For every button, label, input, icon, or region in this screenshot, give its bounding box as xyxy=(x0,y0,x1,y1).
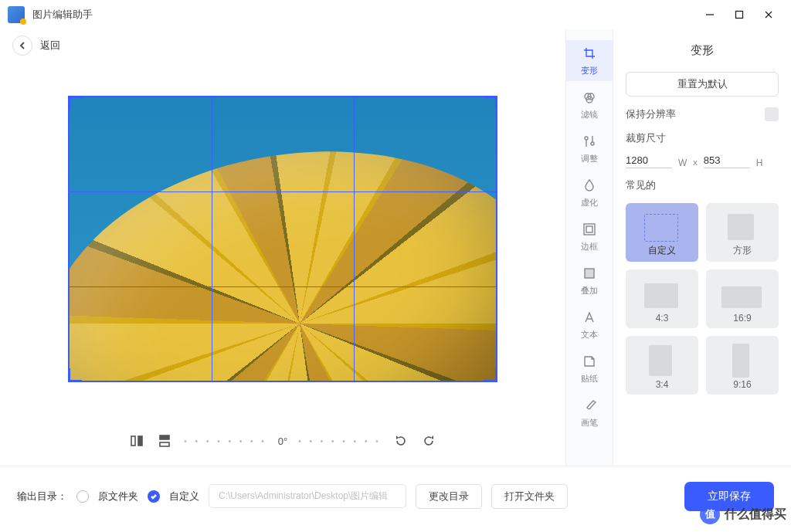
svg-rect-1 xyxy=(736,12,743,19)
preset-square[interactable]: 方形 xyxy=(706,203,779,262)
brush-icon xyxy=(566,397,613,414)
height-unit: H xyxy=(756,158,763,168)
footer-bar: 输出目录： 原文件夹 自定义 C:\Users\Administrator\De… xyxy=(0,466,791,526)
reset-button[interactable]: 重置为默认 xyxy=(626,72,779,97)
svg-point-11 xyxy=(585,137,588,140)
save-button[interactable]: 立即保存 xyxy=(684,482,774,511)
height-input[interactable] xyxy=(704,153,750,168)
change-dir-button[interactable]: 更改目录 xyxy=(416,484,482,509)
sticker-icon xyxy=(566,353,613,370)
crop-grid-line xyxy=(354,97,355,381)
crop-handle-br[interactable] xyxy=(484,368,497,382)
rotate-cw-icon[interactable] xyxy=(420,432,437,449)
svg-rect-6 xyxy=(160,435,169,439)
crop-grid-line xyxy=(70,286,496,287)
title-bar: 图片编辑助手 xyxy=(0,0,791,29)
back-label: 返回 xyxy=(40,39,60,53)
preset-thumb xyxy=(644,283,678,308)
keep-resolution-checkbox[interactable] xyxy=(765,107,779,121)
strip-sticker[interactable]: 贴纸 xyxy=(566,348,613,392)
rotate-slider-right[interactable]: • • • • • • • • xyxy=(298,437,381,446)
strip-overlay[interactable]: 叠加 xyxy=(566,260,613,304)
crop-handle-bl[interactable] xyxy=(68,368,82,382)
rotate-ccw-icon[interactable] xyxy=(392,432,409,449)
svg-rect-5 xyxy=(138,436,142,446)
dim-separator: x xyxy=(693,158,698,168)
maximize-button[interactable] xyxy=(725,3,754,26)
svg-rect-4 xyxy=(131,436,135,446)
flip-vertical-icon[interactable] xyxy=(156,432,173,449)
radio-custom-label: 自定义 xyxy=(169,490,199,503)
panel-title: 变形 xyxy=(626,39,779,61)
preset-thumb xyxy=(732,344,749,378)
keep-resolution-label: 保持分辨率 xyxy=(626,108,676,121)
preset-thumb xyxy=(721,286,762,308)
output-path: C:\Users\Administrator\Desktop\图片编辑 xyxy=(209,484,406,508)
app-title: 图片编辑助手 xyxy=(32,8,93,22)
svg-rect-16 xyxy=(586,226,592,232)
flip-horizontal-icon[interactable] xyxy=(128,432,145,449)
strip-brush[interactable]: 画笔 xyxy=(566,392,613,436)
svg-point-12 xyxy=(591,142,594,145)
overlay-icon xyxy=(566,265,613,282)
app-logo-icon xyxy=(8,6,25,23)
filter-icon xyxy=(566,89,613,106)
preset-thumb xyxy=(644,214,678,242)
crop-grid-line xyxy=(70,191,496,192)
image-canvas[interactable] xyxy=(68,96,497,382)
transform-panel: 变形 重置为默认 保持分辨率 裁剪尺寸 W x H 常见的 自定义 方形 4:3… xyxy=(613,29,791,466)
back-button[interactable] xyxy=(12,36,32,56)
tool-strip: 变形 滤镜 调整 虚化 边框 叠加 文本 贴纸 画笔 xyxy=(565,29,613,466)
width-unit: W xyxy=(678,158,687,168)
crop-handle-tr[interactable] xyxy=(484,96,497,110)
rotate-slider-left[interactable]: • • • • • • • • xyxy=(184,437,266,446)
open-folder-button[interactable]: 打开文件夹 xyxy=(491,484,568,509)
strip-text[interactable]: 文本 xyxy=(566,304,613,348)
canvas-toolbar: • • • • • • • • 0° • • • • • • • • xyxy=(11,416,555,466)
strip-adjust[interactable]: 调整 xyxy=(566,128,613,172)
preset-thumb xyxy=(649,345,672,376)
radio-custom-folder[interactable] xyxy=(148,490,160,503)
strip-border[interactable]: 边框 xyxy=(566,216,613,260)
border-icon xyxy=(566,221,613,238)
preset-custom[interactable]: 自定义 xyxy=(626,203,698,262)
output-dir-label: 输出目录： xyxy=(17,490,67,503)
width-input[interactable] xyxy=(626,153,672,168)
crop-size-label: 裁剪尺寸 xyxy=(626,132,779,145)
strip-blur[interactable]: 虚化 xyxy=(566,172,613,216)
drop-icon xyxy=(566,177,613,194)
preset-4-3[interactable]: 4:3 xyxy=(626,269,698,328)
common-presets-label: 常见的 xyxy=(626,179,779,192)
preset-16-9[interactable]: 16:9 xyxy=(706,269,779,328)
strip-transform[interactable]: 变形 xyxy=(566,40,613,84)
svg-rect-7 xyxy=(160,442,169,446)
adjust-icon xyxy=(566,133,613,150)
minimize-button[interactable] xyxy=(695,3,725,26)
close-button[interactable] xyxy=(754,3,783,26)
preset-9-16[interactable]: 9:16 xyxy=(706,336,779,395)
editor-area: 返回 • • • • • • • • 0° • • • • • • • • xyxy=(0,29,565,466)
preset-thumb xyxy=(728,214,754,240)
strip-filter[interactable]: 滤镜 xyxy=(566,84,613,128)
radio-original-label: 原文件夹 xyxy=(98,490,138,503)
radio-original-folder[interactable] xyxy=(76,490,89,503)
crop-icon xyxy=(566,45,613,62)
svg-rect-15 xyxy=(584,224,595,235)
crop-handle-tl[interactable] xyxy=(68,96,82,110)
rotation-degree: 0° xyxy=(278,435,287,447)
text-icon xyxy=(566,309,613,326)
svg-rect-18 xyxy=(585,269,594,278)
crop-grid-line xyxy=(212,97,212,381)
preset-3-4[interactable]: 3:4 xyxy=(626,336,698,395)
